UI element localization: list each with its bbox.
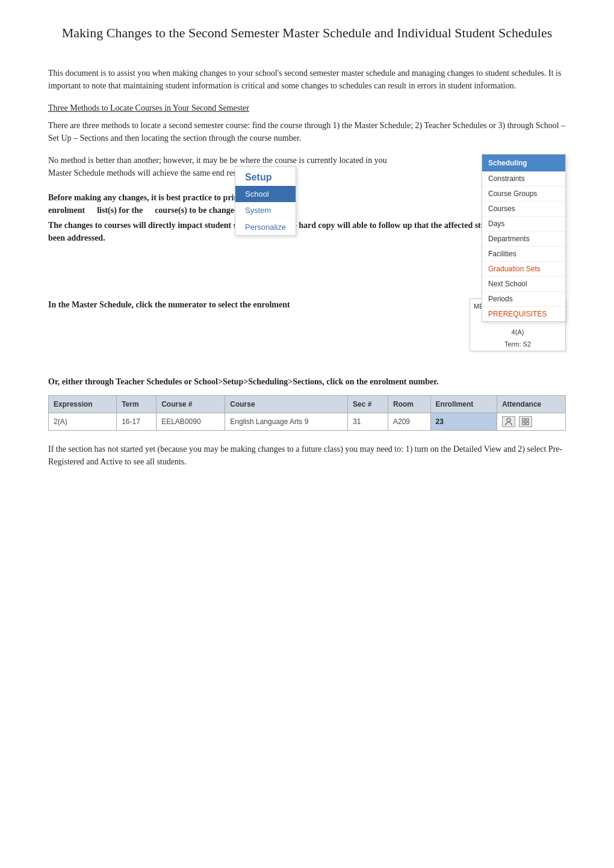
or-section: Or, either through Teacher Schedules or …: [48, 375, 566, 431]
cell-sec: 31: [348, 413, 388, 430]
svg-rect-3: [523, 422, 525, 425]
methods-paragraph: There are three methods to locate a seco…: [48, 119, 566, 144]
scheduling-item-departments[interactable]: Departments: [482, 232, 565, 247]
no-method-paragraph: No method is better than another; howeve…: [48, 154, 409, 179]
master-schedule-text: In the Master Schedule, click the numera…: [48, 298, 457, 311]
scheduling-dropdown-header: Scheduling: [482, 155, 565, 171]
course-label: course(s) to be changed.: [155, 204, 241, 217]
svg-rect-4: [526, 422, 529, 425]
scheduling-item-course-groups[interactable]: Course Groups: [482, 186, 565, 202]
svg-rect-2: [526, 419, 529, 421]
col-room: Room: [388, 395, 430, 413]
methods-link[interactable]: Three Methods to Locate Courses in Your …: [48, 102, 566, 114]
setup-menu-header: Setup: [235, 167, 296, 186]
scheduling-item-facilities[interactable]: Facilities: [482, 247, 565, 262]
cell-attendance: [497, 413, 565, 430]
scheduling-item-periods[interactable]: Periods: [482, 292, 565, 307]
table-body: 2(A) 16-17 EELAB0090 English Language Ar…: [49, 413, 566, 430]
setup-menu-school[interactable]: School: [235, 186, 296, 203]
or-section-text: Or, either through Teacher Schedules or …: [48, 375, 566, 388]
cell-term: 16-17: [117, 413, 157, 430]
setup-menu-personalize[interactable]: Personalize: [235, 219, 296, 236]
floating-content-area: Scheduling Constraints Course Groups Cou…: [48, 154, 566, 274]
cell-enrollment[interactable]: 23: [430, 413, 497, 430]
attendance-icons: [502, 416, 560, 427]
scheduling-item-courses[interactable]: Courses: [482, 202, 565, 217]
scheduling-item-days[interactable]: Days: [482, 217, 565, 232]
intro-paragraph: This document is to assist you when maki…: [48, 67, 566, 92]
svg-point-0: [507, 418, 510, 422]
scheduling-item-constraints[interactable]: Constraints: [482, 171, 565, 186]
col-course-num: Course #: [157, 395, 225, 413]
attendance-icon-2[interactable]: [519, 416, 532, 427]
footer-paragraph: If the section has not started yet (beca…: [48, 443, 566, 468]
cell-course-name: English Language Arts 9: [225, 413, 348, 430]
setup-menu[interactable]: Setup School System Personalize: [235, 166, 296, 236]
enrolment-term: Term: S2: [470, 338, 565, 351]
cell-room: A209: [388, 413, 430, 430]
svg-rect-1: [523, 419, 525, 421]
table-row: 2(A) 16-17 EELAB0090 English Language Ar…: [49, 413, 566, 430]
list-label: list(s) for the: [97, 204, 143, 217]
cell-expression: 2(A): [49, 413, 117, 430]
scheduling-item-prerequisites[interactable]: PREREQUISITES: [482, 307, 565, 321]
col-course: Course: [225, 395, 348, 413]
setup-menu-system[interactable]: System: [235, 202, 296, 219]
col-attendance: Attendance: [497, 395, 565, 413]
enrolment-section: 4(A): [470, 326, 565, 339]
table-header: Expression Term Course # Course Sec # Ro…: [49, 395, 566, 413]
scheduling-dropdown[interactable]: Scheduling Constraints Course Groups Cou…: [482, 154, 566, 322]
col-enrollment: Enrollment: [430, 395, 497, 413]
scheduling-item-graduation-sets[interactable]: Graduation Sets: [482, 262, 565, 277]
attendance-icon-1[interactable]: [502, 416, 515, 427]
enrolment-label: enrolment: [48, 204, 85, 217]
schedule-table: Expression Term Course # Course Sec # Ro…: [48, 395, 566, 431]
table-header-row: Expression Term Course # Course Sec # Ro…: [49, 395, 566, 413]
scheduling-item-next-school[interactable]: Next School: [482, 277, 565, 292]
col-sec: Sec #: [348, 395, 388, 413]
col-term: Term: [117, 395, 157, 413]
col-expression: Expression: [49, 395, 117, 413]
cell-course-num: EELAB0090: [157, 413, 225, 430]
page-title: Making Changes to the Second Semester Ma…: [48, 24, 566, 43]
